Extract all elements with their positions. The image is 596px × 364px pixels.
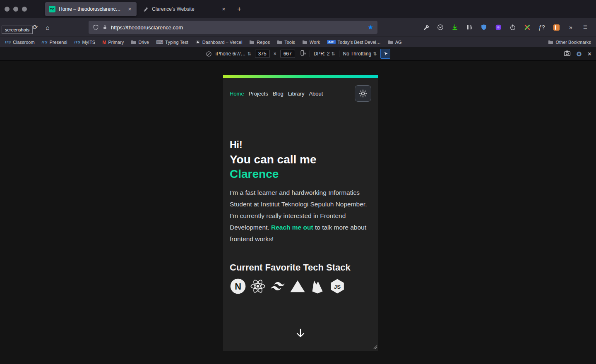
lock-icon[interactable] — [102, 24, 108, 30]
power-icon[interactable] — [509, 23, 517, 31]
tab-close-icon[interactable]: ✕ — [221, 6, 227, 12]
window-titlebar: TC Home – theodorusclarence.com ✕ Claren… — [0, 0, 596, 18]
touch-cursor-icon — [383, 51, 388, 57]
dpr-selector[interactable]: DPR: 2⇅ — [314, 51, 335, 57]
rotate-viewport-button[interactable] — [299, 50, 306, 58]
sun-icon — [359, 89, 367, 98]
bookmark-todays-best-devel[interactable]: b/d.Today's Best Devel… — [327, 40, 380, 45]
url-bar[interactable]: https://theodorusclarence.com ★ — [89, 21, 377, 34]
nav-link-projects[interactable]: Projects — [249, 91, 268, 97]
folder-icon — [249, 40, 255, 44]
home-button[interactable]: ⌂ — [41, 21, 54, 34]
close-window-button[interactable] — [5, 7, 10, 12]
responsive-design-mode-toolbar: iPhone 6/7/…⇅ × DPR: 2⇅ No Throttling⇅ ⚙… — [0, 47, 596, 61]
bookmark-gmail-primary[interactable]: MPrimary — [102, 40, 124, 45]
bookmark-folder-work[interactable]: Work — [302, 40, 320, 45]
device-selector[interactable]: iPhone 6/7/…⇅ — [216, 51, 251, 57]
tab-favicon-tc: TC — [49, 6, 55, 12]
window-controls — [0, 7, 33, 12]
svg-text:JS: JS — [334, 284, 341, 290]
maximize-window-button[interactable] — [22, 7, 27, 12]
chevron-updown-icon: ⇅ — [331, 51, 335, 57]
bookmark-vercel-dashboard[interactable]: Dashboard – Vercel — [195, 40, 243, 45]
firebase-icon — [309, 278, 326, 295]
screenshot-camera-icon[interactable] — [564, 50, 571, 57]
extension-orange-book-icon[interactable] — [552, 23, 560, 31]
toolbar-extensions: ƒ? » ≡ — [422, 23, 592, 31]
viewport-height-input[interactable] — [280, 50, 295, 58]
nextjs-icon: N — [230, 278, 246, 295]
bookmark-its-classroom[interactable]: ITSClassroom — [5, 40, 35, 45]
hero-paragraph: I'm a fast learner and hardworking Infor… — [230, 187, 371, 245]
bookmark-folder-drive[interactable]: Drive — [131, 40, 149, 45]
new-tab-button[interactable]: + — [233, 3, 245, 15]
theme-toggle-button[interactable] — [355, 85, 371, 102]
viewport-width-input[interactable] — [255, 50, 270, 58]
developer-tools-wrench-icon[interactable] — [422, 23, 430, 31]
tab-clarences-website[interactable]: Clarence's Website ✕ — [139, 2, 231, 16]
library-icon[interactable] — [465, 23, 473, 31]
svg-text:N: N — [235, 281, 241, 291]
user-agent-icon[interactable] — [206, 51, 212, 57]
overflow-chevrons-icon[interactable]: » — [567, 23, 575, 31]
folder-icon — [131, 40, 136, 44]
device-viewport: Home Projects Blog Library About — [223, 75, 378, 351]
downloads-icon[interactable] — [451, 23, 459, 31]
minimize-window-button[interactable] — [13, 7, 18, 12]
vercel-icon — [289, 278, 306, 295]
tab-close-icon[interactable]: ✕ — [127, 6, 133, 12]
dimension-separator: × — [274, 51, 276, 57]
nav-link-about[interactable]: About — [309, 91, 323, 97]
its-logo-icon: ITS — [74, 40, 80, 44]
tab-home-theodorusclarence[interactable]: TC Home – theodorusclarence.com ✕ — [45, 2, 137, 16]
rdm-close-icon[interactable]: ✕ — [587, 51, 592, 57]
accent-gradient-bar — [223, 75, 378, 78]
site-nav: Home Projects Blog Library About — [230, 91, 323, 97]
reach-me-out-link[interactable]: Reach me out — [271, 224, 313, 231]
bookmark-star-icon[interactable]: ★ — [368, 24, 373, 31]
its-logo-icon: ITS — [42, 40, 48, 44]
bookmark-its-myits[interactable]: ITSMyITS — [74, 40, 95, 45]
bookmark-folder-repos[interactable]: Repos — [249, 40, 270, 45]
tab-title: Clarence's Website — [152, 6, 217, 12]
bookmark-typing-test[interactable]: ⌨Typing Test — [156, 39, 188, 45]
tech-stack-icons: N JS — [230, 278, 371, 295]
adblock-shield-icon[interactable] — [480, 23, 488, 31]
function-search-icon[interactable]: ƒ? — [538, 23, 546, 31]
separator — [310, 50, 310, 57]
bookmark-folder-tools[interactable]: Tools — [277, 40, 295, 45]
chevron-updown-icon: ⇅ — [373, 51, 377, 57]
vercel-triangle-icon — [195, 40, 200, 44]
bookmarks-toolbar: ITSClassroom ITSPresensi ITSMyITS MPrima… — [0, 36, 596, 47]
viewport-resize-handle[interactable] — [372, 343, 377, 351]
tech-stack-heading: Current Favorite Tech Stack — [230, 262, 371, 273]
navigation-toolbar: ← → ⟳ ⌂ https://theodorusclarence.com ★ … — [0, 18, 596, 36]
nav-link-library[interactable]: Library — [288, 91, 305, 97]
rdm-settings-gear-icon[interactable]: ⚙ — [576, 50, 582, 58]
throttling-selector[interactable]: No Throttling⇅ — [343, 51, 377, 57]
extension-purple-icon[interactable] — [494, 23, 502, 31]
site-header: Home Projects Blog Library About — [223, 85, 378, 102]
url-text[interactable]: https://theodorusclarence.com — [111, 24, 365, 31]
bookmark-its-presensi[interactable]: ITSPresensi — [42, 40, 67, 45]
hero-line: You can call me — [230, 152, 371, 167]
screenshots-tooltip: screenshots — [2, 26, 33, 34]
menu-hamburger-icon[interactable]: ≡ — [581, 23, 589, 31]
folder-icon — [548, 40, 553, 44]
nav-link-home[interactable]: Home — [230, 91, 244, 97]
react-icon — [250, 278, 266, 295]
extension-x-brush-icon[interactable] — [523, 23, 531, 31]
pocket-icon[interactable] — [436, 23, 445, 31]
nav-link-blog[interactable]: Blog — [273, 91, 284, 97]
chevron-updown-icon: ⇅ — [247, 51, 251, 57]
hero-greeting: Hi! — [230, 139, 371, 151]
tracking-protection-shield-icon[interactable] — [93, 24, 99, 31]
hero-name: Clarence — [230, 167, 371, 181]
nodejs-icon: JS — [329, 278, 346, 295]
gmail-icon: M — [102, 40, 106, 45]
scroll-down-arrow-icon — [295, 328, 306, 340]
folder-icon — [388, 40, 393, 44]
other-bookmarks[interactable]: Other Bookmarks — [548, 40, 591, 45]
touch-simulation-toggle[interactable] — [380, 49, 390, 59]
bookmark-folder-ag[interactable]: AG — [388, 40, 402, 45]
